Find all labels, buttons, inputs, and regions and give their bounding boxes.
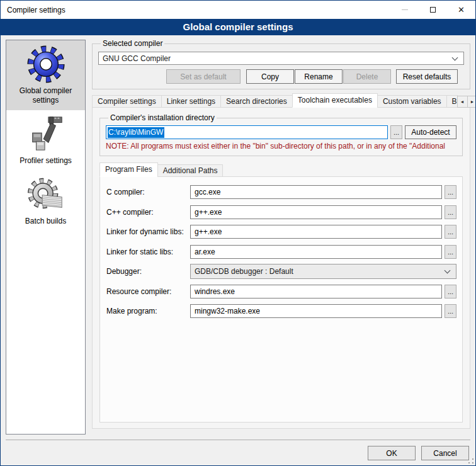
static-linker-label: Linker for static libs: (106, 247, 190, 256)
main-panel: Selected compiler GNU GCC Compiler Set a… (92, 39, 470, 429)
sidebar-item-label: Profiler settings (8, 156, 84, 166)
compiler-select[interactable]: GNU GCC Compiler (98, 52, 464, 65)
tab-search-directories[interactable]: Search directories (220, 95, 293, 108)
title-bar[interactable]: Compiler settings ✕ (1, 1, 475, 19)
program-files-page: C compiler: ... C++ compiler: ... Linker… (99, 176, 463, 423)
compiler-actions: Set as default Copy Rename Delete Reset … (98, 69, 464, 84)
installation-directory-input[interactable]: C:\raylib\MinGW (106, 125, 388, 139)
minimize-icon (402, 9, 408, 10)
arrow-right-icon: ► (470, 99, 475, 104)
browse-dynamic-linker-button[interactable]: ... (445, 225, 456, 239)
field-row-make-program: Make program: ... (106, 304, 456, 318)
blue-gear-icon (26, 45, 65, 84)
reset-defaults-button[interactable]: Reset defaults (396, 69, 458, 84)
page-title: Global compiler settings (1, 19, 475, 35)
field-row-resource-compiler: Resource compiler: ... (106, 285, 456, 298)
selected-compiler-group: Selected compiler GNU GCC Compiler Set a… (92, 39, 470, 89)
resize-grip[interactable] (468, 458, 473, 463)
field-row-cpp-compiler: C++ compiler: ... (106, 205, 456, 219)
dialog-buttons: OK Cancel (368, 446, 469, 460)
tab-additional-paths[interactable]: Additional Paths (157, 164, 224, 177)
installation-directory-group: Compiler's installation directory C:\ray… (99, 113, 463, 156)
tab-custom-variables[interactable]: Custom variables (377, 95, 447, 108)
field-row-dynamic-linker: Linker for dynamic libs: ... (106, 225, 456, 239)
installation-directory-group-label: Compiler's installation directory (108, 113, 217, 122)
selected-text: C:\raylib\MinGW (108, 127, 164, 138)
browse-directory-button[interactable]: ... (390, 125, 402, 139)
caliper-icon (26, 115, 65, 154)
sidebar-item-batch-builds[interactable]: Batch builds (6, 171, 85, 231)
debugger-select-value: GDB/CDB debugger : Default (195, 267, 293, 276)
tab-toolchain-executables[interactable]: Toolchain executables (292, 93, 378, 108)
delete-button: Delete (343, 69, 391, 84)
paths-tab-strip: Program Files Additional Paths (99, 162, 463, 177)
cpp-compiler-label: C++ compiler: (106, 208, 190, 217)
debugger-label: Debugger: (106, 267, 190, 276)
settings-tab-strip: Compiler settings Linker settings Search… (92, 93, 470, 108)
c-compiler-label: C compiler: (106, 188, 190, 196)
minimize-button (390, 1, 419, 19)
field-row-c-compiler: C compiler: ... (106, 185, 456, 199)
installation-directory-row: C:\raylib\MinGW ... Auto-detect (106, 125, 456, 139)
selected-compiler-group-label: Selected compiler (101, 39, 164, 48)
rename-button[interactable]: Rename (295, 69, 343, 84)
cancel-button[interactable]: Cancel (421, 446, 469, 460)
tab-linker-settings[interactable]: Linker settings (161, 95, 221, 108)
field-row-debugger: Debugger: GDB/CDB debugger : Default (106, 264, 456, 278)
compiler-select-value: GNU GCC Compiler (103, 54, 171, 63)
close-button[interactable]: ✕ (447, 1, 475, 19)
copy-button[interactable]: Copy (246, 69, 294, 84)
cpp-compiler-input[interactable] (190, 205, 442, 219)
sidebar-item-profiler-settings[interactable]: Profiler settings (6, 110, 85, 171)
browse-make-program-button[interactable]: ... (445, 304, 456, 318)
dynamic-linker-label: Linker for dynamic libs: (106, 227, 190, 236)
ok-button[interactable]: OK (368, 446, 416, 460)
tab-scroll-controls: ◄ ► (458, 96, 476, 108)
auto-detect-button[interactable]: Auto-detect (405, 125, 456, 139)
make-program-input[interactable] (190, 304, 442, 318)
chevron-down-icon (452, 54, 458, 60)
make-program-label: Make program: (106, 307, 190, 315)
c-compiler-input[interactable] (190, 185, 442, 199)
bin-subdirectory-note: NOTE: All programs must exist either in … (106, 142, 456, 151)
browse-c-compiler-button[interactable]: ... (445, 185, 456, 199)
tab-build-options[interactable]: Build options (446, 95, 458, 108)
browse-resource-compiler-button[interactable]: ... (445, 285, 456, 298)
sidebar-item-global-compiler-settings[interactable]: Global compiler settings (6, 40, 85, 110)
window-title: Compiler settings (7, 6, 65, 14)
field-row-static-linker: Linker for static libs: ... (106, 245, 456, 259)
resource-compiler-input[interactable] (190, 285, 442, 298)
compiler-settings-dialog: Compiler settings ✕ Global compiler sett… (0, 0, 476, 466)
tab-scroll-right-button[interactable]: ► (467, 96, 476, 108)
static-linker-input[interactable] (190, 245, 442, 259)
sidebar-item-label: Batch builds (8, 217, 84, 226)
dynamic-linker-input[interactable] (190, 225, 442, 239)
window-controls: ✕ (390, 1, 475, 19)
chevron-down-icon (445, 268, 451, 274)
maximize-button[interactable] (419, 1, 447, 19)
debugger-select[interactable]: GDB/CDB debugger : Default (190, 264, 456, 279)
footer-divider (6, 440, 470, 440)
toolchain-executables-page: Compiler's installation directory C:\ray… (92, 107, 470, 429)
gray-gear-stack-icon (26, 175, 65, 214)
settings-category-list: Global compiler settings Profiler settin… (6, 40, 86, 435)
browse-cpp-compiler-button[interactable]: ... (445, 205, 456, 219)
close-icon: ✕ (458, 6, 465, 14)
tab-program-files[interactable]: Program Files (99, 162, 158, 177)
tab-scroll-left-button[interactable]: ◄ (457, 96, 468, 108)
tab-compiler-settings[interactable]: Compiler settings (92, 95, 162, 108)
arrow-left-icon: ◄ (460, 99, 465, 104)
resource-compiler-label: Resource compiler: (106, 287, 190, 296)
browse-static-linker-button[interactable]: ... (445, 245, 456, 259)
maximize-icon (430, 7, 436, 13)
set-as-default-button: Set as default (166, 69, 241, 84)
sidebar-item-label: Global compiler settings (8, 86, 84, 105)
